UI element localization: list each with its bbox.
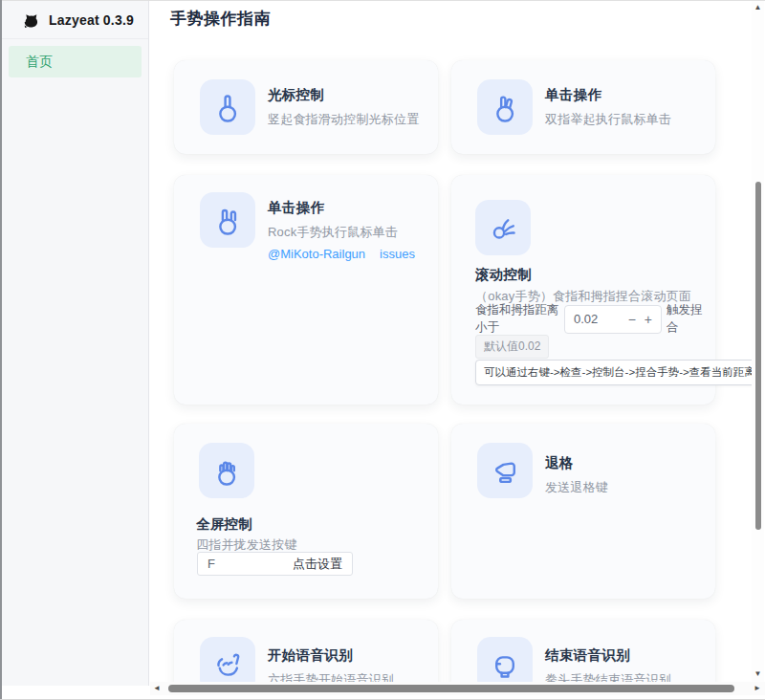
card-end-voice: 结束语音识别 拳头手势结束语音识别 <box>451 620 715 682</box>
card-desc: Rock手势执行鼠标单击 <box>268 224 415 241</box>
increase-button[interactable]: + <box>645 313 652 326</box>
icon-box <box>200 79 255 135</box>
sidebar: Lazyeat 0.3.9 首页 <box>2 1 149 686</box>
main-viewport: 手势操作指南 光标控制 竖起食指滑动控制光标位置 <box>150 1 752 682</box>
sidebar-item-home-label: 首页 <box>26 54 53 71</box>
app-logo-icon <box>21 11 40 30</box>
author-link[interactable]: @MiKoto-Railgun <box>268 247 365 261</box>
card-desc: 竖起食指滑动控制光标位置 <box>268 111 419 128</box>
fullscreen-key-value[interactable] <box>208 557 265 571</box>
fist-icon <box>489 648 521 681</box>
card-text: 光标控制 竖起食指滑动控制光标位置 <box>268 86 419 128</box>
card-text: 单击操作 Rock手势执行鼠标单击 @MiKoto-Railgun issues <box>268 199 415 261</box>
app-window: Lazyeat 0.3.9 首页 手势操作指南 光标控制 竖起食指滑动控制光标位… <box>0 0 765 700</box>
open-palm-icon <box>210 454 243 487</box>
default-value-tag: 默认值0.02 <box>475 335 549 359</box>
card-title: 结束语音识别 <box>545 646 671 665</box>
horizontal-scrollbar-thumb[interactable] <box>168 685 734 692</box>
vertical-scrollbar-thumb[interactable] <box>755 182 761 530</box>
rock-gesture-icon <box>211 204 244 236</box>
card-title: 滚动控制 <box>475 266 532 284</box>
thumb-left-icon <box>489 454 521 487</box>
pinch-distance-label: 食指和拇指距离小于 <box>475 302 559 336</box>
card-text: 开始语音识别 六指手势开始语音识别 <box>268 646 394 682</box>
sidebar-header: Lazyeat 0.3.9 <box>2 1 148 39</box>
pinch-setting-row: 食指和拇指距离小于 − + 触发捏合 <box>475 302 709 336</box>
shaka-icon <box>211 648 244 681</box>
card-desc: 发送退格键 <box>545 479 608 496</box>
card-title: 开始语音识别 <box>268 646 394 665</box>
card-title: 单击操作 <box>545 86 671 104</box>
sidebar-item-home[interactable]: 首页 <box>9 46 142 77</box>
page-title: 手势操作指南 <box>170 8 271 30</box>
pinch-distance-input[interactable]: − + <box>564 305 662 334</box>
card-scroll-control: 滚动控制 （okay手势）食指和拇指捏合滚动页面 食指和拇指距离小于 − + 触… <box>451 175 715 405</box>
icon-box <box>477 443 533 498</box>
scroll-down-arrow-icon[interactable]: ▼ <box>752 669 764 679</box>
horizontal-scrollbar[interactable]: ◄ ► <box>150 682 765 695</box>
card-text: 退格 发送退格键 <box>545 454 608 496</box>
icon-box <box>477 637 533 682</box>
pinch-distance-value[interactable] <box>574 312 620 326</box>
card-single-click-rock: 单击操作 Rock手势执行鼠标单击 @MiKoto-Railgun issues <box>174 175 438 405</box>
icon-box <box>475 200 531 255</box>
card-desc: 拳头手势结束语音识别 <box>545 671 671 682</box>
card-backspace: 退格 发送退格键 <box>451 424 715 599</box>
card-text: 结束语音识别 拳头手势结束语音识别 <box>545 646 671 682</box>
card-start-voice: 开始语音识别 六指手势开始语音识别 <box>174 620 438 682</box>
ok-gesture-icon <box>487 211 519 244</box>
card-title: 全屏控制 <box>196 515 252 534</box>
card-desc: 双指举起执行鼠标单击 <box>545 111 671 128</box>
pinch-trigger-label: 触发捏合 <box>667 302 709 336</box>
card-links: @MiKoto-Railgun issues <box>268 247 415 261</box>
key-set-button[interactable]: 点击设置 <box>293 556 342 573</box>
icon-box <box>200 637 255 682</box>
vertical-scrollbar[interactable]: ▲ ▼ <box>752 1 764 682</box>
app-name: Lazyeat 0.3.9 <box>49 12 134 28</box>
fullscreen-key-input[interactable]: 点击设置 <box>197 552 353 576</box>
distance-tip: 可以通过右键->检查->控制台->捏合手势->查看当前距离 <box>475 360 752 385</box>
icon-box <box>200 192 255 248</box>
card-desc: 六指手势开始语音识别 <box>268 671 394 682</box>
card-title: 光标控制 <box>268 86 419 104</box>
icon-box <box>199 443 254 498</box>
point-up-icon <box>211 91 244 123</box>
two-fingers-icon <box>489 91 521 123</box>
card-cursor-control: 光标控制 竖起食指滑动控制光标位置 <box>174 60 438 154</box>
card-title: 单击操作 <box>268 199 415 217</box>
card-title: 退格 <box>545 454 608 472</box>
scroll-up-arrow-icon[interactable]: ▲ <box>752 3 764 12</box>
card-text: 单击操作 双指举起执行鼠标单击 <box>545 86 671 128</box>
issues-link[interactable]: issues <box>380 247 415 261</box>
icon-box <box>477 79 533 135</box>
card-single-click: 单击操作 双指举起执行鼠标单击 <box>451 60 715 154</box>
scroll-right-arrow-icon[interactable]: ► <box>754 684 761 693</box>
decrease-button[interactable]: − <box>628 313 636 326</box>
scroll-left-arrow-icon[interactable]: ◄ <box>153 684 161 693</box>
card-fullscreen-control: 全屏控制 四指并拢发送按键 点击设置 <box>174 424 438 599</box>
window-left-edge <box>0 0 2 700</box>
